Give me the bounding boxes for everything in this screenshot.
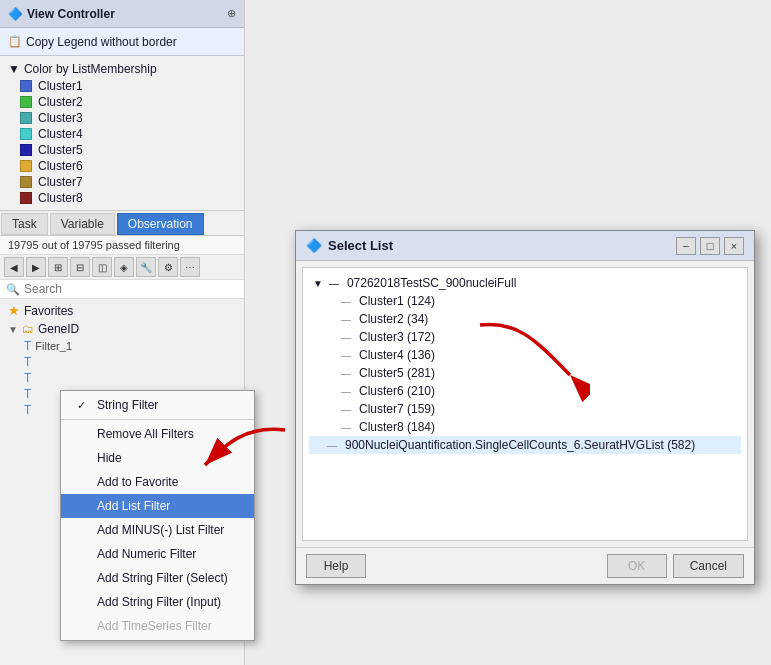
help-button[interactable]: Help <box>306 554 366 578</box>
filter-icon-1: T <box>24 339 31 353</box>
ctx-label: Add TimeSeries Filter <box>97 619 212 633</box>
tree-dash: — <box>327 440 337 451</box>
expand-icon[interactable]: ▼ <box>8 62 20 76</box>
tree-filler-2: T <box>0 354 244 370</box>
pin-icon[interactable]: ⊕ <box>227 7 236 20</box>
cluster-label: Cluster5 <box>38 143 83 157</box>
dialog-item-cluster3[interactable]: —Cluster3 (172) <box>309 328 741 346</box>
item-label: Cluster2 (34) <box>359 312 428 326</box>
toolbar-btn-8[interactable]: ⚙ <box>158 257 178 277</box>
ctx-label: Add MINUS(-) List Filter <box>97 523 224 537</box>
cluster-label: Cluster3 <box>38 111 83 125</box>
tree-dash: — <box>341 386 351 397</box>
dialog-maximize-btn[interactable]: □ <box>700 237 720 255</box>
dialog-root-node[interactable]: ▼—07262018TestSC_900nucleiFull <box>309 274 741 292</box>
color-box <box>20 144 32 156</box>
item-label: Cluster5 (281) <box>359 366 435 380</box>
expand-icon: ▼ <box>313 278 323 289</box>
toolbar-btn-3[interactable]: ⊞ <box>48 257 68 277</box>
item-label: Cluster6 (210) <box>359 384 435 398</box>
ctx-item-add-string-filter-input[interactable]: Add String Filter (Input) <box>61 590 254 614</box>
dialog-item-cluster4[interactable]: —Cluster4 (136) <box>309 346 741 364</box>
filter-icon-2: T <box>24 355 31 369</box>
dialog-footer: Help OK Cancel <box>296 547 754 584</box>
geneid-item[interactable]: ▼ 🗂 GeneID <box>0 320 244 338</box>
ctx-label: Add to Favorite <box>97 475 178 489</box>
ctx-item-hide[interactable]: Hide <box>61 446 254 470</box>
dialog-item-cluster8[interactable]: —Cluster8 (184) <box>309 418 741 436</box>
ctx-label: Add String Filter (Select) <box>97 571 228 585</box>
tab-variable[interactable]: Variable <box>50 213 115 235</box>
legend-label: Copy Legend without border <box>26 35 177 49</box>
color-box <box>20 112 32 124</box>
toolbar-btn-1[interactable]: ◀ <box>4 257 24 277</box>
dialog-item-cluster1[interactable]: —Cluster1 (124) <box>309 292 741 310</box>
view-controller-icon: 🔷 <box>8 7 23 21</box>
cluster-label: Cluster6 <box>38 159 83 173</box>
dialog-item-cluster2[interactable]: —Cluster2 (34) <box>309 310 741 328</box>
color-section-title-text: Color by ListMembership <box>24 62 157 76</box>
ctx-item-add-numeric-filter[interactable]: Add Numeric Filter <box>61 542 254 566</box>
search-input[interactable] <box>24 282 238 296</box>
panel-title-text: View Controller <box>27 7 115 21</box>
legend-bar[interactable]: 📋 Copy Legend without border <box>0 28 244 56</box>
item-label: Cluster1 (124) <box>359 294 435 308</box>
tab-task[interactable]: Task <box>1 213 48 235</box>
tree-dash: — <box>341 332 351 343</box>
tab-observation[interactable]: Observation <box>117 213 204 235</box>
dialog-title-text: Select List <box>328 238 393 253</box>
ctx-item-add-timeseries-filter: Add TimeSeries Filter <box>61 614 254 638</box>
filter-icon-5: T <box>24 403 31 417</box>
toolbar-btn-4[interactable]: ⊟ <box>70 257 90 277</box>
dialog-item-cluster6[interactable]: —Cluster6 (210) <box>309 382 741 400</box>
toolbar-btn-2[interactable]: ▶ <box>26 257 46 277</box>
panel-title-bar: 🔷 View Controller ⊕ <box>0 0 244 28</box>
tree-dash: — <box>341 296 351 307</box>
ctx-label: Hide <box>97 451 122 465</box>
cluster-label: Cluster2 <box>38 95 83 109</box>
context-menu: ✓String FilterRemove All FiltersHideAdd … <box>60 390 255 641</box>
tree-dash: — <box>341 368 351 379</box>
toolbar-btn-9[interactable]: ⋯ <box>180 257 200 277</box>
dialog-minimize-btn[interactable]: − <box>676 237 696 255</box>
ctx-item-add-list-filter[interactable]: Add List Filter <box>61 494 254 518</box>
item-label: 900NucleiQuantification.SingleCellCounts… <box>345 438 695 452</box>
item-label: Cluster3 (172) <box>359 330 435 344</box>
search-row: 🔍 <box>0 280 244 299</box>
copy-icon: 📋 <box>8 35 22 48</box>
dialog-title: 🔷 Select List <box>306 238 393 253</box>
ok-button[interactable]: OK <box>607 554 667 578</box>
dialog-close-btn[interactable]: × <box>724 237 744 255</box>
color-box <box>20 80 32 92</box>
item-label: Cluster8 (184) <box>359 420 435 434</box>
toolbar-btn-6[interactable]: ◈ <box>114 257 134 277</box>
ctx-item-add-minus-list-filter[interactable]: Add MINUS(-) List Filter <box>61 518 254 542</box>
color-section-title: ▼ Color by ListMembership <box>0 60 244 78</box>
tree-filler-1: T Filter_1 <box>0 338 244 354</box>
favorites-item[interactable]: ★ Favorites <box>0 301 244 320</box>
ctx-label: Remove All Filters <box>97 427 194 441</box>
cluster-item-cluster4: Cluster4 <box>0 126 244 142</box>
filter-icon-4: T <box>24 387 31 401</box>
filter-label-1: Filter_1 <box>35 340 72 352</box>
dialog-title-btns: − □ × <box>676 237 744 255</box>
ctx-item-add-string-filter-select[interactable]: Add String Filter (Select) <box>61 566 254 590</box>
toolbar-btn-5[interactable]: ◫ <box>92 257 112 277</box>
dialog-item-cluster5[interactable]: —Cluster5 (281) <box>309 364 741 382</box>
favorites-label: Favorites <box>24 304 73 318</box>
toolbar-row: ◀ ▶ ⊞ ⊟ ◫ ◈ 🔧 ⚙ ⋯ <box>0 255 244 280</box>
color-box <box>20 128 32 140</box>
folder-icon: 🗂 <box>22 322 34 336</box>
cancel-button[interactable]: Cancel <box>673 554 744 578</box>
ctx-item-string-filter[interactable]: ✓String Filter <box>61 393 254 417</box>
dialog-item-seurat[interactable]: —900NucleiQuantification.SingleCellCount… <box>309 436 741 454</box>
toolbar-btn-7[interactable]: 🔧 <box>136 257 156 277</box>
filter-icon-3: T <box>24 371 31 385</box>
ctx-item-add-to-favorite[interactable]: Add to Favorite <box>61 470 254 494</box>
item-label: Cluster7 (159) <box>359 402 435 416</box>
ctx-item-remove-all-filters[interactable]: Remove All Filters <box>61 422 254 446</box>
ctx-label: Add List Filter <box>97 499 170 513</box>
dialog-item-cluster7[interactable]: —Cluster7 (159) <box>309 400 741 418</box>
item-label: Cluster4 (136) <box>359 348 435 362</box>
geneid-label: GeneID <box>38 322 79 336</box>
